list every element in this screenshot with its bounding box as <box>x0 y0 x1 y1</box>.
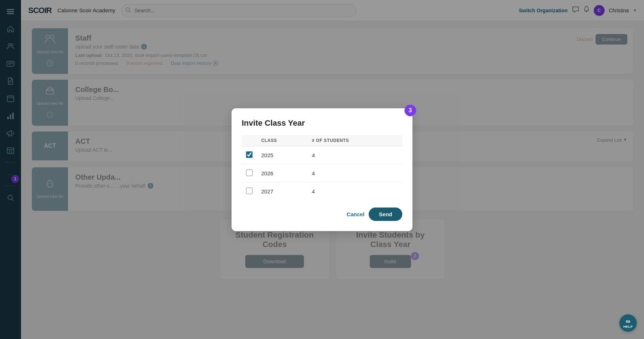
row-checkbox-cell-2[interactable] <box>242 182 257 200</box>
modal-badge: 3 <box>404 105 416 116</box>
row-checkbox-2[interactable] <box>246 188 253 194</box>
help-infinity-icon: ∞ <box>626 318 631 325</box>
row-students-2: 4 <box>308 182 402 200</box>
col-checkbox <box>242 135 257 146</box>
table-row: 2026 4 <box>242 164 402 182</box>
class-year-table: CLASS # OF STUDENTS 2025 4 2026 4 2027 4 <box>242 135 402 200</box>
modal-actions: Cancel Send <box>242 208 402 221</box>
cancel-button[interactable]: Cancel <box>347 211 364 217</box>
row-checkbox-0[interactable] <box>246 151 253 158</box>
row-year-1: 2026 <box>257 164 308 182</box>
row-checkbox-cell-0[interactable] <box>242 146 257 164</box>
table-row: 2027 4 <box>242 182 402 200</box>
col-class-header: CLASS <box>257 135 308 146</box>
row-checkbox-cell-1[interactable] <box>242 164 257 182</box>
row-year-0: 2025 <box>257 146 308 164</box>
help-button[interactable]: ∞ HELP <box>619 314 637 332</box>
send-button[interactable]: Send <box>369 208 402 221</box>
modal-title: Invite Class Year <box>242 118 402 128</box>
table-row: 2025 4 <box>242 146 402 164</box>
modal-overlay: Invite Class Year 3 CLASS # OF STUDENTS … <box>0 0 644 339</box>
invite-class-year-modal: Invite Class Year 3 CLASS # OF STUDENTS … <box>232 108 412 231</box>
col-students-header: # OF STUDENTS <box>308 135 402 146</box>
row-students-1: 4 <box>308 164 402 182</box>
help-label: HELP <box>623 325 633 328</box>
row-students-0: 4 <box>308 146 402 164</box>
row-year-2: 2027 <box>257 182 308 200</box>
row-checkbox-1[interactable] <box>246 170 253 176</box>
